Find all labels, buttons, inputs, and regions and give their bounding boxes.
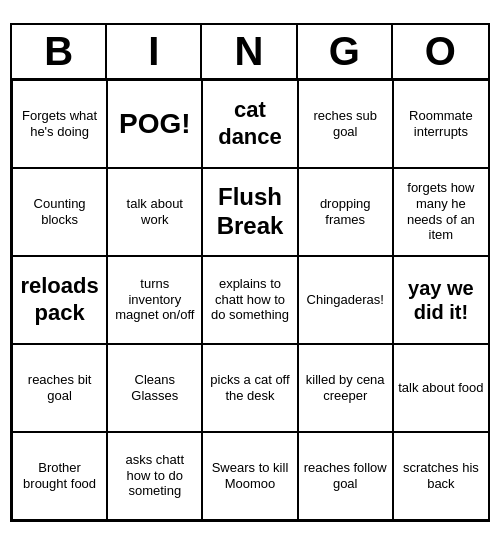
header-letter: N [202,25,297,78]
bingo-cell: talk about work [107,168,202,256]
header-letter: B [12,25,107,78]
bingo-cell: asks chatt how to do someting [107,432,202,520]
bingo-cell: Cleans Glasses [107,344,202,432]
bingo-cell: reaches follow goal [298,432,393,520]
bingo-grid: Forgets what he's doingPOG!cat dancerech… [12,80,488,520]
bingo-cell: explains to chatt how to do something [202,256,297,344]
bingo-cell: turns inventory magnet on/off [107,256,202,344]
bingo-cell: reches sub goal [298,80,393,168]
bingo-cell: talk about food [393,344,488,432]
bingo-cell: killed by cena creeper [298,344,393,432]
bingo-cell: Chingaderas! [298,256,393,344]
bingo-header: BINGO [12,25,488,80]
bingo-cell: Flush Break [202,168,297,256]
bingo-cell: Brother brought food [12,432,107,520]
bingo-cell: yay we did it! [393,256,488,344]
bingo-cell: scratches his back [393,432,488,520]
bingo-cell: cat dance [202,80,297,168]
header-letter: I [107,25,202,78]
bingo-cell: Forgets what he's doing [12,80,107,168]
bingo-card: BINGO Forgets what he's doingPOG!cat dan… [10,23,490,522]
bingo-cell: picks a cat off the desk [202,344,297,432]
bingo-cell: Counting blocks [12,168,107,256]
bingo-cell: reloads pack [12,256,107,344]
bingo-cell: dropping frames [298,168,393,256]
header-letter: G [298,25,393,78]
bingo-cell: Swears to kill Moomoo [202,432,297,520]
bingo-cell: Roommate interrupts [393,80,488,168]
header-letter: O [393,25,488,78]
bingo-cell: reaches bit goal [12,344,107,432]
bingo-cell: POG! [107,80,202,168]
bingo-cell: forgets how many he needs of an item [393,168,488,256]
